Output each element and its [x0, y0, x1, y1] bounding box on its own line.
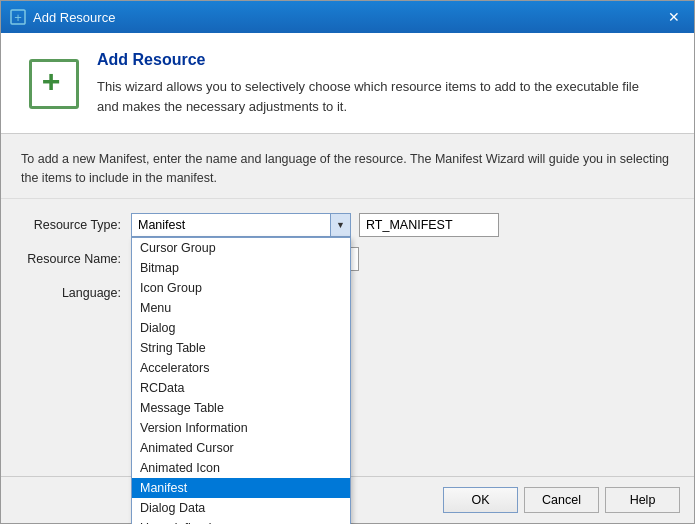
- dropdown-item-dialog[interactable]: Dialog: [132, 318, 350, 338]
- dropdown-item-cursor-group[interactable]: Cursor Group: [132, 238, 350, 258]
- dropdown-item-icon-group[interactable]: Icon Group: [132, 278, 350, 298]
- description-text: To add a new Manifest, enter the name an…: [21, 150, 674, 189]
- wizard-icon: [21, 51, 81, 111]
- language-label: Language:: [21, 286, 131, 300]
- dropdown-item-dialog-data[interactable]: Dialog Data: [132, 498, 350, 518]
- dropdown-arrow-icon: ▼: [330, 214, 350, 236]
- ok-button[interactable]: OK: [443, 487, 518, 513]
- header-description: This wizard allows you to selectively ch…: [97, 77, 639, 117]
- header-text: Add Resource This wizard allows you to s…: [97, 51, 639, 117]
- resource-type-row: Resource Type: Manifest ▼ Cursor Group B…: [21, 213, 674, 237]
- dropdown-selected-value: Manifest: [138, 218, 344, 232]
- resource-type-label: Resource Type:: [21, 218, 131, 232]
- dropdown-item-manifest[interactable]: Manifest: [132, 478, 350, 498]
- description-section: To add a new Manifest, enter the name an…: [1, 134, 694, 200]
- dropdown-item-message-table[interactable]: Message Table: [132, 398, 350, 418]
- title-bar: + Add Resource ✕: [1, 1, 694, 33]
- svg-text:+: +: [14, 10, 22, 25]
- dropdown-item-rcdata[interactable]: RCData: [132, 378, 350, 398]
- title-bar-text: Add Resource: [33, 10, 662, 25]
- dropdown-item-version-info[interactable]: Version Information: [132, 418, 350, 438]
- cancel-button[interactable]: Cancel: [524, 487, 599, 513]
- dropdown-item-menu[interactable]: Menu: [132, 298, 350, 318]
- dropdown-item-string-table[interactable]: String Table: [132, 338, 350, 358]
- dropdown-item-animated-cursor[interactable]: Animated Cursor: [132, 438, 350, 458]
- resource-type-dropdown[interactable]: Manifest ▼ Cursor Group Bitmap Icon Grou…: [131, 213, 351, 237]
- resource-type-control: Manifest ▼ Cursor Group Bitmap Icon Grou…: [131, 213, 674, 237]
- dropdown-item-user-defined[interactable]: User-defined: [132, 518, 350, 524]
- window: + Add Resource ✕ Add Resource This wizar…: [0, 0, 695, 524]
- header-section: Add Resource This wizard allows you to s…: [1, 33, 694, 134]
- dropdown-button[interactable]: Manifest ▼: [131, 213, 351, 237]
- header-title: Add Resource: [97, 51, 639, 69]
- dropdown-item-accelerators[interactable]: Accelerators: [132, 358, 350, 378]
- close-button[interactable]: ✕: [662, 6, 686, 28]
- window-icon: +: [9, 8, 27, 26]
- resource-name-label: Resource Name:: [21, 252, 131, 266]
- rt-manifest-input[interactable]: [359, 213, 499, 237]
- dropdown-item-animated-icon[interactable]: Animated Icon: [132, 458, 350, 478]
- help-button[interactable]: Help: [605, 487, 680, 513]
- dropdown-list: Cursor Group Bitmap Icon Group Menu Dial…: [131, 237, 351, 524]
- form-section: Resource Type: Manifest ▼ Cursor Group B…: [1, 199, 694, 476]
- dropdown-item-bitmap[interactable]: Bitmap: [132, 258, 350, 278]
